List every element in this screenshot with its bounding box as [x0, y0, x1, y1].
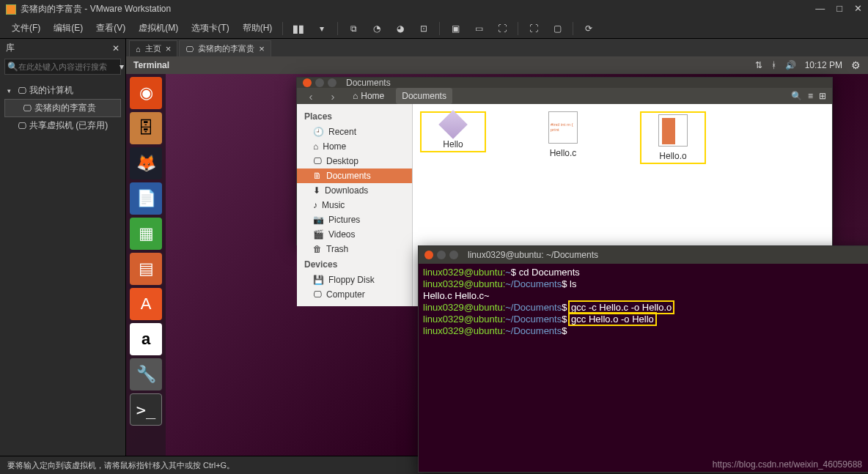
menu-file[interactable]: 文件(F)	[6, 20, 46, 37]
maximize-icon[interactable]	[328, 78, 336, 87]
files-icon[interactable]: 🗄	[130, 112, 162, 144]
library-close-icon[interactable]: ✕	[112, 43, 119, 53]
nautilus-titlebar[interactable]: Documents	[297, 78, 832, 88]
tree-my-computer[interactable]: ▾🖵 我的计算机	[4, 82, 121, 99]
terminal-window[interactable]: linux0329@ubuntu: ~/Documents linux0329@…	[418, 245, 868, 473]
menu-vm[interactable]: 虚拟机(M)	[133, 20, 184, 37]
terminal-title: linux0329@ubuntu: ~/Documents	[468, 250, 598, 260]
dropdown-icon[interactable]: ▾	[315, 22, 328, 35]
sidebar-desktop[interactable]: 🖵Desktop	[297, 154, 412, 169]
menu-help[interactable]: 帮助(H)	[237, 20, 279, 37]
maximize-icon[interactable]	[449, 251, 458, 259]
close-icon[interactable]: ×	[166, 43, 172, 54]
window-title: 卖猪肉的李富贵 - VMware Workstation	[21, 3, 171, 15]
software-icon[interactable]: A	[130, 288, 162, 320]
home-icon: ⌂	[353, 91, 358, 101]
search-icon[interactable]: 🔍	[791, 91, 802, 101]
file-hello-o[interactable]: Hello.o	[640, 111, 706, 164]
pause-icon[interactable]: ▮▮	[292, 22, 305, 35]
toolbar-icon[interactable]: ▢	[551, 22, 564, 35]
vm-tabs: ⌂ 主页 × 🖵 卖猪肉的李富贵 ×	[126, 39, 868, 56]
close-icon[interactable]	[424, 251, 433, 259]
tab-home[interactable]: ⌂ 主页 ×	[129, 40, 177, 56]
file-hello-c[interactable]: #incl int m { print Hello.c	[530, 111, 596, 158]
clock[interactable]: 10:12 PM	[805, 60, 842, 70]
nautilus-window[interactable]: Documents ‹ › ⌂Home Documents 🔍 ≡ ⊞ Plac…	[296, 77, 833, 245]
file-hello[interactable]: Hello	[420, 111, 486, 152]
gear-icon[interactable]: ⚙	[851, 59, 861, 71]
forward-button[interactable]: ›	[325, 88, 341, 104]
sidebar-music[interactable]: ♪Music	[297, 198, 412, 212]
network-icon[interactable]: ⇅	[755, 60, 762, 70]
crumb-home[interactable]: ⌂Home	[347, 88, 390, 104]
snapshot-manager-icon[interactable]: ◕	[394, 22, 407, 35]
sidebar-recent[interactable]: 🕘Recent	[297, 125, 412, 139]
close-icon[interactable]	[303, 78, 312, 87]
gcc-compile-cmd: gcc -c Hello.c -o Hello.o	[570, 302, 673, 313]
vm-viewport[interactable]: Terminal ⇅ ᚼ 🔊 10:12 PM ⚙ ◉ 🗄 🦊 📄 ▦ ▤ A …	[126, 56, 868, 456]
maximize-button[interactable]: □	[836, 3, 842, 14]
snapshot-icon[interactable]: ◔	[370, 22, 383, 35]
tree-shared[interactable]: 🖵 共享虚拟机 (已弃用)	[4, 117, 121, 134]
menu-edit[interactable]: 编辑(E)	[48, 20, 89, 37]
menu-tabs[interactable]: 选项卡(T)	[185, 20, 235, 37]
minimize-icon[interactable]	[437, 251, 446, 259]
fit-guest-icon[interactable]: ⛶	[496, 22, 509, 35]
object-file-icon	[658, 114, 688, 147]
terminal-icon[interactable]: >_	[130, 393, 162, 426]
library-label: 库	[6, 42, 15, 54]
impress-icon[interactable]: ▤	[130, 253, 162, 285]
sidebar-videos[interactable]: 🎬Videos	[297, 227, 412, 242]
fullscreen-icon[interactable]: ⛶	[527, 22, 540, 35]
ls-output: Hello.c Hello.c~	[423, 290, 868, 302]
sidebar-downloads[interactable]: ⬇Downloads	[297, 183, 412, 198]
console-icon[interactable]: ▭	[472, 22, 485, 35]
sidebar-home[interactable]: ⌂Home	[297, 139, 412, 154]
sidebar-pictures[interactable]: 📷Pictures	[297, 212, 412, 227]
minimize-icon[interactable]	[315, 78, 324, 87]
minimize-button[interactable]: —	[815, 3, 825, 14]
dash-icon[interactable]: ◉	[130, 77, 162, 109]
sound-icon[interactable]: 🔊	[785, 60, 796, 70]
computer-icon: 🖵	[313, 289, 322, 300]
back-button[interactable]: ‹	[303, 88, 319, 104]
menu-view[interactable]: 查看(V)	[90, 20, 131, 37]
trash-icon: 🗑	[313, 244, 322, 254]
tree-vm-selected[interactable]: 🖵 卖猪肉的李富贵	[4, 99, 121, 117]
search-input[interactable]	[18, 62, 119, 71]
tab-vm[interactable]: 🖵 卖猪肉的李富贵 ×	[179, 40, 271, 56]
grid-view-icon[interactable]: ⊞	[819, 91, 826, 101]
writer-icon[interactable]: 📄	[130, 182, 162, 215]
nautilus-title: Documents	[346, 78, 391, 88]
cycle-icon[interactable]: ⟳	[582, 22, 595, 35]
desktop-icon: 🖵	[313, 156, 322, 166]
close-button[interactable]: ✕	[854, 3, 862, 14]
firefox-icon[interactable]: 🦊	[130, 147, 162, 179]
sidebar-computer[interactable]: 🖵Computer	[297, 287, 412, 302]
home-icon: ⌂	[136, 45, 141, 53]
settings-icon[interactable]: 🔧	[130, 358, 162, 390]
sidebar-floppy[interactable]: 💾Floppy Disk	[297, 273, 412, 287]
c-file-icon: #incl int m { print	[548, 111, 578, 144]
capture-icon[interactable]: ⊡	[417, 22, 430, 35]
videos-icon: 🎬	[313, 229, 324, 240]
vmware-menubar: 文件(F) 编辑(E) 查看(V) 虚拟机(M) 选项卡(T) 帮助(H) ▮▮…	[0, 18, 868, 39]
sidebar-documents[interactable]: 🗎Documents	[297, 169, 412, 183]
calc-icon[interactable]: ▦	[130, 218, 162, 250]
sidebar-trash[interactable]: 🗑Trash	[297, 242, 412, 256]
unity-icon[interactable]: ▣	[449, 22, 462, 35]
amazon-icon[interactable]: a	[130, 323, 162, 355]
bluetooth-icon[interactable]: ᚼ	[771, 60, 776, 70]
dropdown-icon[interactable]: ▾	[119, 62, 124, 72]
library-search[interactable]: 🔍 ▾	[4, 59, 121, 75]
section-places: Places	[297, 108, 412, 125]
terminal-body[interactable]: linux0329@ubuntu:~$ cd Documents linux03…	[419, 264, 868, 472]
terminal-titlebar[interactable]: linux0329@ubuntu: ~/Documents	[419, 246, 868, 264]
documents-icon: 🗎	[313, 171, 322, 181]
status-text: 要将输入定向到该虚拟机，请将鼠标指针移入其中或按 Ctrl+G。	[7, 460, 235, 471]
crumb-documents[interactable]: Documents	[396, 88, 452, 104]
list-view-icon[interactable]: ≡	[808, 91, 813, 101]
close-icon[interactable]: ×	[259, 43, 265, 54]
send-keys-icon[interactable]: ⧉	[347, 22, 360, 35]
monitor-icon: 🖵	[18, 121, 26, 131]
